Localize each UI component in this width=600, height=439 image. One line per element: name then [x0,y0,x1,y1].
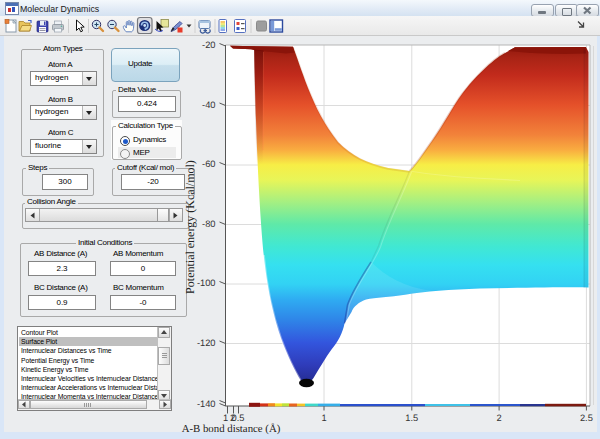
svg-text:-40: -40 [202,100,215,110]
svg-text:2: 2 [497,413,502,423]
svg-text:-60: -60 [202,159,215,169]
svg-text:0.5: 0.5 [232,413,245,423]
svg-text:-140: -140 [197,399,216,409]
svg-text:1.5: 1.5 [405,413,418,423]
svg-text:-80: -80 [202,219,215,229]
svg-text:2.5: 2.5 [580,413,593,423]
svg-text:Potential energy (Kcal/mol): Potential energy (Kcal/mol) [183,160,197,294]
svg-text:1: 1 [321,413,326,423]
svg-text:-20: -20 [202,40,215,50]
svg-text:1: 1 [223,413,228,423]
svg-text:-100: -100 [197,278,216,288]
svg-text:-120: -120 [197,338,216,348]
svg-text:A-B bond distance (Å): A-B bond distance (Å) [182,423,281,435]
